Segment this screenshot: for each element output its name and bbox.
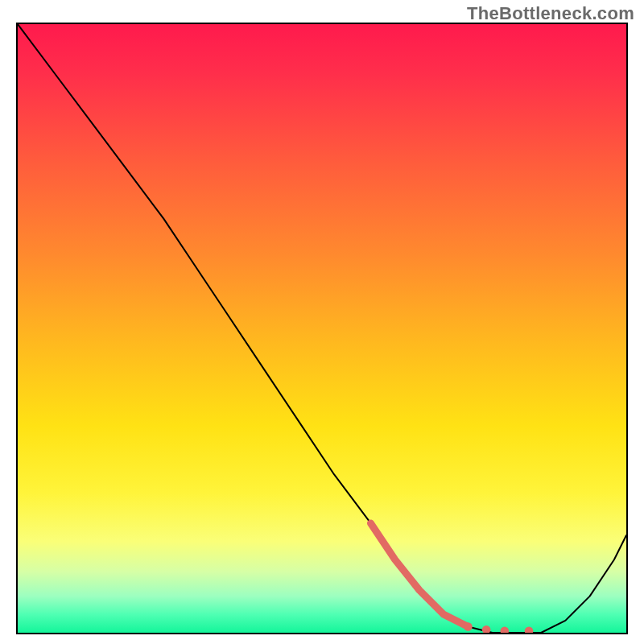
watermark-text: TheBottleneck.com [467, 3, 634, 24]
highlight-dot [525, 626, 534, 633]
chart-root: TheBottleneck.com [0, 0, 644, 644]
highlight-dot [501, 626, 510, 633]
highlight-dot [482, 625, 491, 633]
highlight-dot [464, 622, 473, 631]
curve-layer [18, 24, 626, 633]
main-curve [18, 24, 626, 633]
plot-area [16, 23, 628, 634]
highlight-segment [370, 523, 468, 627]
